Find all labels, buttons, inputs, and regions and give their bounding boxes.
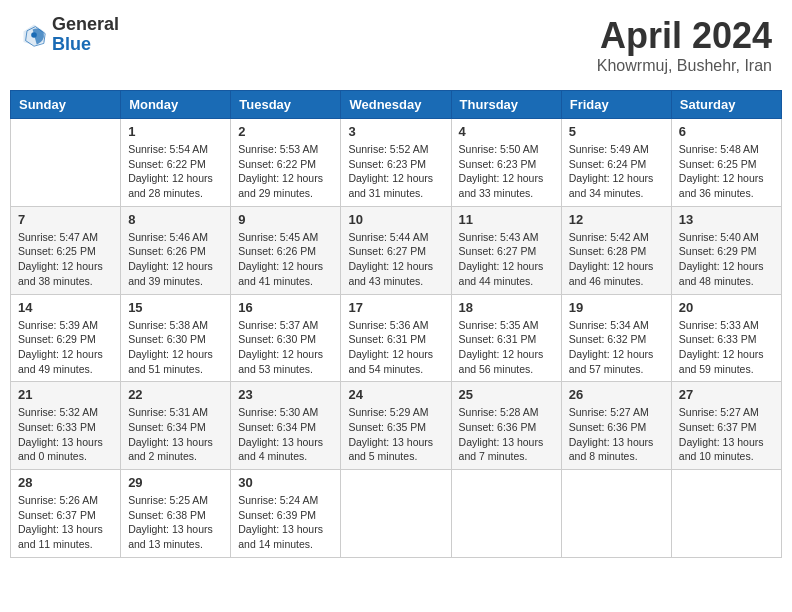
calendar-cell: 28Sunrise: 5:26 AMSunset: 6:37 PMDayligh…	[11, 470, 121, 558]
day-header-monday: Monday	[121, 91, 231, 119]
calendar-cell: 12Sunrise: 5:42 AMSunset: 6:28 PMDayligh…	[561, 206, 671, 294]
day-number: 23	[238, 387, 333, 402]
day-header-friday: Friday	[561, 91, 671, 119]
day-number: 3	[348, 124, 443, 139]
day-number: 25	[459, 387, 554, 402]
calendar-cell: 9Sunrise: 5:45 AMSunset: 6:26 PMDaylight…	[231, 206, 341, 294]
calendar-cell: 15Sunrise: 5:38 AMSunset: 6:30 PMDayligh…	[121, 294, 231, 382]
day-header-tuesday: Tuesday	[231, 91, 341, 119]
title-area: April 2024 Khowrmuj, Bushehr, Iran	[597, 15, 772, 75]
day-number: 19	[569, 300, 664, 315]
day-number: 12	[569, 212, 664, 227]
day-number: 27	[679, 387, 774, 402]
calendar-week-row: 7Sunrise: 5:47 AMSunset: 6:25 PMDaylight…	[11, 206, 782, 294]
calendar-cell	[561, 470, 671, 558]
calendar-cell: 29Sunrise: 5:25 AMSunset: 6:38 PMDayligh…	[121, 470, 231, 558]
calendar-cell: 2Sunrise: 5:53 AMSunset: 6:22 PMDaylight…	[231, 119, 341, 207]
day-number: 22	[128, 387, 223, 402]
logo-general-text: General	[52, 15, 119, 35]
calendar-cell: 21Sunrise: 5:32 AMSunset: 6:33 PMDayligh…	[11, 382, 121, 470]
cell-content: Sunrise: 5:26 AMSunset: 6:37 PMDaylight:…	[18, 493, 113, 552]
day-number: 15	[128, 300, 223, 315]
calendar-cell: 13Sunrise: 5:40 AMSunset: 6:29 PMDayligh…	[671, 206, 781, 294]
day-number: 26	[569, 387, 664, 402]
cell-content: Sunrise: 5:34 AMSunset: 6:32 PMDaylight:…	[569, 318, 664, 377]
cell-content: Sunrise: 5:48 AMSunset: 6:25 PMDaylight:…	[679, 142, 774, 201]
day-header-saturday: Saturday	[671, 91, 781, 119]
cell-content: Sunrise: 5:36 AMSunset: 6:31 PMDaylight:…	[348, 318, 443, 377]
day-number: 14	[18, 300, 113, 315]
cell-content: Sunrise: 5:28 AMSunset: 6:36 PMDaylight:…	[459, 405, 554, 464]
calendar-cell	[341, 470, 451, 558]
calendar-cell: 26Sunrise: 5:27 AMSunset: 6:36 PMDayligh…	[561, 382, 671, 470]
cell-content: Sunrise: 5:42 AMSunset: 6:28 PMDaylight:…	[569, 230, 664, 289]
calendar-cell	[671, 470, 781, 558]
day-header-thursday: Thursday	[451, 91, 561, 119]
calendar-table: SundayMondayTuesdayWednesdayThursdayFrid…	[10, 90, 782, 558]
day-number: 10	[348, 212, 443, 227]
calendar-week-row: 1Sunrise: 5:54 AMSunset: 6:22 PMDaylight…	[11, 119, 782, 207]
cell-content: Sunrise: 5:24 AMSunset: 6:39 PMDaylight:…	[238, 493, 333, 552]
calendar-cell: 20Sunrise: 5:33 AMSunset: 6:33 PMDayligh…	[671, 294, 781, 382]
cell-content: Sunrise: 5:40 AMSunset: 6:29 PMDaylight:…	[679, 230, 774, 289]
cell-content: Sunrise: 5:44 AMSunset: 6:27 PMDaylight:…	[348, 230, 443, 289]
calendar-header-row: SundayMondayTuesdayWednesdayThursdayFrid…	[11, 91, 782, 119]
day-number: 28	[18, 475, 113, 490]
calendar-cell: 30Sunrise: 5:24 AMSunset: 6:39 PMDayligh…	[231, 470, 341, 558]
day-number: 13	[679, 212, 774, 227]
day-number: 30	[238, 475, 333, 490]
day-number: 17	[348, 300, 443, 315]
calendar-cell	[11, 119, 121, 207]
cell-content: Sunrise: 5:37 AMSunset: 6:30 PMDaylight:…	[238, 318, 333, 377]
cell-content: Sunrise: 5:49 AMSunset: 6:24 PMDaylight:…	[569, 142, 664, 201]
calendar-cell: 5Sunrise: 5:49 AMSunset: 6:24 PMDaylight…	[561, 119, 671, 207]
calendar-cell	[451, 470, 561, 558]
logo-icon	[20, 21, 48, 49]
day-number: 24	[348, 387, 443, 402]
location-text: Khowrmuj, Bushehr, Iran	[597, 57, 772, 75]
day-number: 6	[679, 124, 774, 139]
logo-blue-text: Blue	[52, 35, 119, 55]
cell-content: Sunrise: 5:45 AMSunset: 6:26 PMDaylight:…	[238, 230, 333, 289]
cell-content: Sunrise: 5:33 AMSunset: 6:33 PMDaylight:…	[679, 318, 774, 377]
month-title: April 2024	[597, 15, 772, 57]
day-number: 9	[238, 212, 333, 227]
calendar-cell: 25Sunrise: 5:28 AMSunset: 6:36 PMDayligh…	[451, 382, 561, 470]
cell-content: Sunrise: 5:47 AMSunset: 6:25 PMDaylight:…	[18, 230, 113, 289]
calendar-cell: 10Sunrise: 5:44 AMSunset: 6:27 PMDayligh…	[341, 206, 451, 294]
day-number: 11	[459, 212, 554, 227]
calendar-cell: 24Sunrise: 5:29 AMSunset: 6:35 PMDayligh…	[341, 382, 451, 470]
calendar-cell: 27Sunrise: 5:27 AMSunset: 6:37 PMDayligh…	[671, 382, 781, 470]
cell-content: Sunrise: 5:43 AMSunset: 6:27 PMDaylight:…	[459, 230, 554, 289]
cell-content: Sunrise: 5:27 AMSunset: 6:36 PMDaylight:…	[569, 405, 664, 464]
cell-content: Sunrise: 5:53 AMSunset: 6:22 PMDaylight:…	[238, 142, 333, 201]
day-number: 8	[128, 212, 223, 227]
day-number: 7	[18, 212, 113, 227]
cell-content: Sunrise: 5:25 AMSunset: 6:38 PMDaylight:…	[128, 493, 223, 552]
cell-content: Sunrise: 5:54 AMSunset: 6:22 PMDaylight:…	[128, 142, 223, 201]
page-header: General Blue April 2024 Khowrmuj, Busheh…	[10, 10, 782, 80]
calendar-cell: 4Sunrise: 5:50 AMSunset: 6:23 PMDaylight…	[451, 119, 561, 207]
calendar-cell: 14Sunrise: 5:39 AMSunset: 6:29 PMDayligh…	[11, 294, 121, 382]
cell-content: Sunrise: 5:31 AMSunset: 6:34 PMDaylight:…	[128, 405, 223, 464]
calendar-cell: 16Sunrise: 5:37 AMSunset: 6:30 PMDayligh…	[231, 294, 341, 382]
cell-content: Sunrise: 5:29 AMSunset: 6:35 PMDaylight:…	[348, 405, 443, 464]
cell-content: Sunrise: 5:50 AMSunset: 6:23 PMDaylight:…	[459, 142, 554, 201]
calendar-cell: 17Sunrise: 5:36 AMSunset: 6:31 PMDayligh…	[341, 294, 451, 382]
cell-content: Sunrise: 5:52 AMSunset: 6:23 PMDaylight:…	[348, 142, 443, 201]
day-header-sunday: Sunday	[11, 91, 121, 119]
logo-text: General Blue	[52, 15, 119, 55]
day-number: 16	[238, 300, 333, 315]
calendar-cell: 23Sunrise: 5:30 AMSunset: 6:34 PMDayligh…	[231, 382, 341, 470]
calendar-cell: 6Sunrise: 5:48 AMSunset: 6:25 PMDaylight…	[671, 119, 781, 207]
logo: General Blue	[20, 15, 119, 55]
day-number: 20	[679, 300, 774, 315]
day-header-wednesday: Wednesday	[341, 91, 451, 119]
calendar-cell: 3Sunrise: 5:52 AMSunset: 6:23 PMDaylight…	[341, 119, 451, 207]
calendar-week-row: 21Sunrise: 5:32 AMSunset: 6:33 PMDayligh…	[11, 382, 782, 470]
cell-content: Sunrise: 5:30 AMSunset: 6:34 PMDaylight:…	[238, 405, 333, 464]
calendar-week-row: 28Sunrise: 5:26 AMSunset: 6:37 PMDayligh…	[11, 470, 782, 558]
day-number: 4	[459, 124, 554, 139]
day-number: 21	[18, 387, 113, 402]
calendar-cell: 8Sunrise: 5:46 AMSunset: 6:26 PMDaylight…	[121, 206, 231, 294]
